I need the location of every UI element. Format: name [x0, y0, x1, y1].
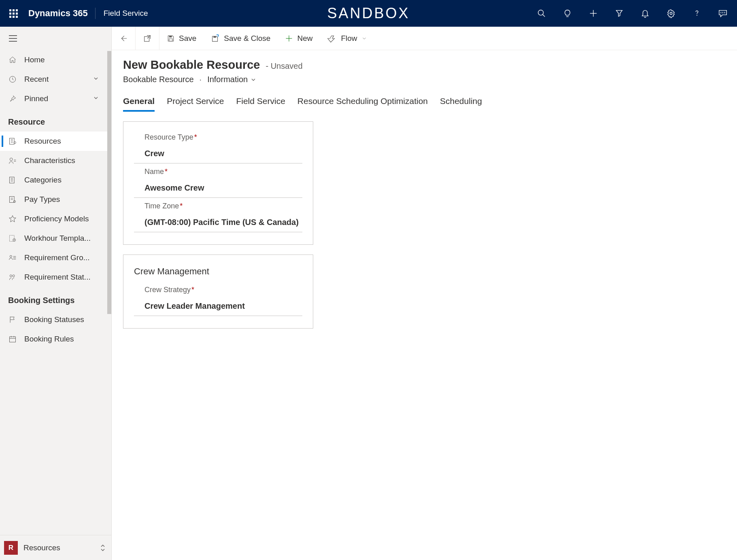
flow-button[interactable]: Flow	[320, 27, 374, 50]
field-resource-type[interactable]: Resource Type* Crew	[134, 133, 302, 163]
settings-button[interactable]	[667, 9, 675, 18]
home-icon	[8, 55, 17, 64]
field-crew-strategy[interactable]: Crew Strategy* Crew Leader Management	[134, 286, 302, 316]
gear-icon	[667, 9, 675, 18]
sidebar-item-resources[interactable]: Resources	[0, 132, 111, 151]
svg-point-4	[670, 12, 672, 15]
notifications-button[interactable]	[641, 9, 650, 18]
field-value: Crew	[134, 149, 302, 158]
label-text: Crew Strategy	[144, 286, 191, 294]
ideas-button[interactable]	[563, 9, 572, 18]
chevron-down-icon	[93, 75, 99, 84]
tab-field-service[interactable]: Field Service	[236, 96, 285, 112]
pin-icon	[8, 94, 17, 103]
environment-watermark: SANDBOX	[327, 5, 410, 22]
entity-label: Bookable Resource	[123, 75, 194, 84]
pay-icon	[8, 195, 17, 204]
svg-line-1	[543, 15, 545, 17]
page-title: New Bookable Resource	[123, 58, 260, 72]
field-name[interactable]: Name* Awesome Crew	[134, 168, 302, 198]
sidebar-item-reqgroups[interactable]: Requirement Gro...	[0, 248, 111, 267]
sidebar-item-bookingstatuses[interactable]: Booking Statuses	[0, 310, 111, 329]
tab-general[interactable]: General	[123, 96, 155, 112]
sidebar-item-proficiency[interactable]: Proficiency Models	[0, 209, 111, 229]
svg-point-18	[14, 201, 16, 203]
open-new-window-button[interactable]	[136, 27, 159, 50]
nav-collapse-button[interactable]	[0, 27, 111, 50]
sidebar-item-label: Requirement Stat...	[24, 273, 111, 282]
svg-point-23	[13, 275, 15, 277]
tab-project-service[interactable]: Project Service	[167, 96, 224, 112]
sidebar-item-recent[interactable]: Recent	[0, 70, 111, 89]
lightbulb-icon	[563, 9, 572, 18]
field-label: Name*	[134, 168, 302, 176]
module-label[interactable]: Field Service	[104, 9, 148, 18]
area-label: Resources	[23, 543, 94, 552]
list-icon	[8, 176, 17, 185]
form-breadcrumb: Bookable Resource · Information	[123, 75, 726, 84]
breadcrumb-separator: ·	[200, 75, 202, 84]
hamburger-icon	[8, 34, 18, 42]
status-icon	[8, 273, 17, 282]
updown-icon	[100, 544, 106, 552]
sidebar-item-pinned[interactable]: Pinned	[0, 89, 111, 108]
assistant-button[interactable]	[718, 9, 727, 18]
chevron-down-icon	[361, 36, 367, 41]
sidebar-item-reqstatus[interactable]: Requirement Stat...	[0, 267, 111, 287]
svg-point-15	[10, 158, 13, 161]
flow-icon	[327, 34, 337, 42]
top-header: Dynamics 365 Field Service SANDBOX	[0, 0, 737, 27]
area-switcher[interactable]: R Resources	[0, 535, 111, 560]
sidebar-item-label: Pay Types	[24, 195, 111, 204]
label-text: Name	[144, 168, 164, 176]
app-launcher-button[interactable]	[4, 9, 23, 18]
sidebar-item-label: Requirement Gro...	[24, 253, 111, 262]
flag-icon	[8, 315, 17, 324]
search-icon	[537, 9, 546, 18]
sidebar-item-label: Recent	[24, 75, 85, 84]
question-icon	[692, 9, 701, 18]
sidebar-item-home[interactable]: Home	[0, 50, 111, 70]
field-label: Crew Strategy*	[134, 286, 302, 294]
section-title: Crew Management	[134, 266, 302, 277]
save-button[interactable]: Save	[159, 27, 204, 50]
cmd-label: Flow	[341, 34, 357, 43]
clock-icon	[8, 75, 17, 84]
sidebar-item-label: Booking Statuses	[24, 315, 111, 324]
section-crew-management: Crew Management Crew Strategy* Crew Lead…	[123, 255, 313, 329]
new-button[interactable]: New	[278, 27, 320, 50]
sidebar-item-paytypes[interactable]: Pay Types	[0, 190, 111, 209]
label-text: Time Zone	[144, 202, 179, 210]
form-tabs: General Project Service Field Service Re…	[123, 96, 726, 112]
svg-point-0	[538, 10, 544, 15]
arrow-left-icon	[119, 34, 128, 43]
sidebar-item-bookingrules[interactable]: Booking Rules	[0, 329, 111, 349]
save-close-button[interactable]: Save & Close	[204, 27, 278, 50]
form-selector[interactable]: Information	[207, 75, 257, 84]
field-value: Crew Leader Management	[134, 301, 302, 311]
calendar-icon	[8, 335, 17, 344]
brand-label[interactable]: Dynamics 365	[28, 8, 88, 19]
nav-group-resource: Resource	[0, 108, 111, 132]
brand-separator	[95, 8, 96, 19]
advanced-find-button[interactable]	[615, 9, 624, 18]
tab-rso[interactable]: Resource Scheduling Optimization	[297, 96, 428, 112]
field-timezone[interactable]: Time Zone* (GMT-08:00) Pacific Time (US …	[134, 202, 302, 232]
sidebar-item-workhour[interactable]: Workhour Templa...	[0, 229, 111, 248]
search-button[interactable]	[537, 9, 546, 18]
svg-rect-24	[10, 337, 16, 342]
nav-group-booking: Booking Settings	[0, 287, 111, 310]
svg-rect-19	[10, 235, 15, 242]
sidebar-item-label: Proficiency Models	[24, 214, 111, 223]
plus-icon	[589, 9, 598, 18]
back-button[interactable]	[112, 27, 136, 50]
svg-point-5	[697, 15, 697, 15]
sidebar-item-categories[interactable]: Categories	[0, 170, 111, 190]
tab-scheduling[interactable]: Scheduling	[440, 96, 482, 112]
sidebar-item-characteristics[interactable]: Characteristics	[0, 151, 111, 170]
group-icon	[8, 253, 17, 262]
field-value: Awesome Crew	[134, 183, 302, 193]
resource-icon	[8, 137, 17, 146]
quick-create-button[interactable]	[589, 9, 598, 18]
help-button[interactable]	[692, 9, 701, 18]
